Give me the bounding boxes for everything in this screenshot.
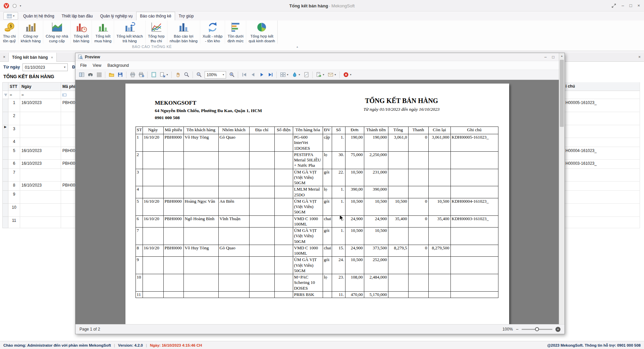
zoom-out-button[interactable]: − xyxy=(516,327,519,332)
chevron-down-icon[interactable]: ▼ xyxy=(221,73,226,76)
zoom-slider[interactable] xyxy=(522,329,552,330)
column-header-ghichu[interactable]: i chú xyxy=(565,82,640,91)
last-page-icon[interactable] xyxy=(266,71,274,79)
date-text: Ngày: 16/10/2023 4:15:46 CH xyxy=(150,343,202,347)
preview-title: Preview xyxy=(85,55,100,59)
report-row: 516/10/20PBH0000Hoàng Ngọc VânAn BiênÚM … xyxy=(136,198,498,215)
preview-minimize-icon[interactable]: – xyxy=(544,55,547,59)
ribbon-tab-5[interactable]: Trợ giúp xyxy=(175,12,198,20)
print-icon[interactable] xyxy=(128,71,137,79)
ribbon-collapse-icon[interactable]: ▴ xyxy=(297,45,298,48)
column-header-ngay[interactable]: Ngày xyxy=(20,83,61,91)
save-icon[interactable] xyxy=(116,71,124,79)
report-header-row: STNgàyMã phiếuTên khách hàngNhóm kháchĐị… xyxy=(136,127,498,134)
first-page-icon[interactable] xyxy=(240,71,248,79)
open-icon[interactable] xyxy=(107,71,115,79)
barRedClock-icon xyxy=(75,21,87,33)
report-row: 7ÚM GÀ VỊT (Việt Viễn) 50GMgói1.10,50010… xyxy=(136,228,498,245)
menu-view[interactable]: View xyxy=(90,62,104,69)
filter-ngay-cell[interactable]: = xyxy=(20,91,61,99)
report-row: 9ÚM GÀ VỊT (Việt Viễn) 50GMgói24.10,5002… xyxy=(136,257,498,274)
toolbar-separator xyxy=(238,71,238,78)
toolbar-separator xyxy=(126,71,126,78)
export-caret-icon[interactable]: ▼ xyxy=(322,73,326,76)
chevron-down-icon: ▾ xyxy=(13,14,14,17)
prev-page-icon[interactable] xyxy=(249,71,257,79)
ribbon-tab-2[interactable]: Thiết lập ban đầu xyxy=(58,12,97,20)
multi-page-caret-icon[interactable]: ▼ xyxy=(286,73,290,76)
hbar-icon xyxy=(230,21,241,33)
column-header: Tổng xyxy=(388,127,408,134)
coins-icon: $ xyxy=(4,21,15,33)
zoom-out-icon[interactable] xyxy=(195,71,203,79)
chevron-down-icon[interactable]: ▼ xyxy=(62,66,67,69)
document-map-icon[interactable] xyxy=(77,71,86,79)
zoom-slider-knob[interactable] xyxy=(535,327,539,331)
minimize-icon[interactable]: – xyxy=(622,3,624,9)
from-date-input[interactable]: 01/10/2023 ▼ xyxy=(22,63,68,71)
export-icon[interactable] xyxy=(315,71,323,79)
row-header-cell xyxy=(3,83,8,91)
fullscreen-icon[interactable] xyxy=(611,3,616,8)
column-header: Số điện xyxy=(274,127,293,134)
column-header: Còn lại xyxy=(428,127,450,134)
close-icon[interactable]: × xyxy=(637,3,640,9)
scale-caret-icon[interactable]: ▼ xyxy=(166,73,169,76)
ribbon-tab-4[interactable]: Báo cáo thống kê xyxy=(136,12,175,20)
zoom-in-icon[interactable] xyxy=(228,71,236,79)
barGreen-icon xyxy=(97,21,109,33)
column-header: Mã phiếu xyxy=(163,127,183,134)
ghichu-column-panel: i chú H00005-161023_H00004-161023_H00003… xyxy=(565,82,640,228)
grid-row: H00003-161023_ xyxy=(565,159,640,168)
preview-document-area[interactable]: MEKONGSOFT 64 Nguyễn Đình Chiểu, Phường … xyxy=(75,80,565,324)
column-header-stt[interactable]: STT xyxy=(8,83,20,91)
app-menu-button[interactable]: ▾ xyxy=(3,12,18,20)
ribbon-tab-1[interactable]: Quản trị hệ thống xyxy=(19,12,58,20)
grid-filter-row[interactable] xyxy=(565,91,640,99)
hand-tool-icon[interactable] xyxy=(174,71,182,79)
ribbon-button-label: Tổng kết mua hàng xyxy=(94,34,111,44)
scroll-up-icon[interactable]: ▲ xyxy=(559,53,565,58)
page-color-caret-icon[interactable]: ▼ xyxy=(298,73,302,76)
watermark-icon[interactable] xyxy=(302,71,310,79)
magnifier-icon[interactable] xyxy=(182,71,191,79)
report-row: 4LMLM Merial 25DOlọ1.390,00390,000 xyxy=(136,186,498,198)
scale-icon[interactable] xyxy=(158,71,166,79)
ribbon-button-label: Tồn dưới định mức xyxy=(227,34,244,44)
column-header: Ghi chú xyxy=(450,127,498,134)
report-subtitle: Từ ngày 01/10/2023 đến ngày 16/10/2023 xyxy=(325,107,478,112)
zoom-combo[interactable]: 100%▼ xyxy=(205,71,226,79)
tabstrip-close-button[interactable]: × xyxy=(0,53,9,61)
report-row: 116/10/20PBH0000Võ Huy TòngGò QuaoPG-600… xyxy=(136,134,498,152)
close-preview-icon[interactable] xyxy=(342,71,350,79)
tabstrip-right-close-icon[interactable]: × xyxy=(638,55,641,59)
page-setup-icon[interactable] xyxy=(150,71,158,79)
filter-stt-cell[interactable]: = xyxy=(8,91,20,99)
menu-background[interactable]: Background xyxy=(104,62,132,69)
preview-scrollbar[interactable]: ▲ ▼ xyxy=(559,53,565,334)
menu-file[interactable]: File xyxy=(77,62,90,69)
page-color-icon[interactable] xyxy=(290,71,299,79)
quick-print-icon[interactable] xyxy=(137,71,145,79)
ribbon-tab-3[interactable]: Quản lý nghiệp vụ xyxy=(96,12,136,20)
close-preview-caret-icon[interactable]: ▼ xyxy=(350,73,353,76)
customize-icon[interactable] xyxy=(95,71,103,79)
email-caret-icon[interactable]: ▼ xyxy=(334,73,337,76)
tab-close-icon[interactable]: × xyxy=(51,55,53,59)
scrollbar-thumb[interactable] xyxy=(560,60,564,127)
app-statusbar: Chào mừng: Administrator đến với phần mề… xyxy=(0,341,644,349)
next-page-icon[interactable] xyxy=(258,71,266,79)
email-icon[interactable] xyxy=(326,71,334,79)
column-header: Tên hàng hóa xyxy=(293,127,323,134)
restore-icon[interactable]: □ xyxy=(630,3,632,9)
zoom-in-button[interactable]: + xyxy=(555,327,560,332)
copyright-text: @2023 MekongSoft. Thông tin hỗ trợ: 0901… xyxy=(547,343,641,347)
table-icon xyxy=(7,14,12,18)
search-icon[interactable] xyxy=(86,71,94,79)
preview-maximize-icon[interactable]: □ xyxy=(552,55,554,59)
welcome-text: Chào mừng: Administrator đến với phần mề… xyxy=(3,343,111,347)
preview-titlebar[interactable]: Preview – □ × xyxy=(75,53,565,61)
multi-page-icon[interactable] xyxy=(279,71,287,79)
cycle-icon xyxy=(207,21,218,33)
tab-tong-ket-ban-hang[interactable]: Tổng kết bán hàng × xyxy=(9,53,57,62)
